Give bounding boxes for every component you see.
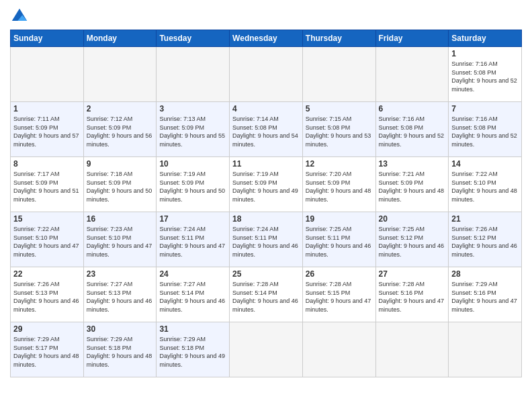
day-info: Sunrise: 7:28 AMSunset: 5:16 PMDaylight:…: [379, 280, 446, 314]
day-number: 14: [451, 159, 519, 169]
day-number: 23: [87, 269, 154, 279]
day-number: 29: [13, 324, 81, 334]
day-number: 2: [87, 104, 154, 113]
calendar-cell: 1 Sunrise: 7:16 AMSunset: 5:08 PMDayligh…: [449, 47, 522, 102]
day-header-wednesday: Wednesday: [230, 30, 303, 47]
day-number: 4: [232, 104, 300, 113]
day-info: Sunrise: 7:16 AMSunset: 5:08 PMDaylight:…: [379, 115, 446, 148]
day-info: Sunrise: 7:13 AMSunset: 5:09 PMDaylight:…: [159, 115, 226, 148]
calendar-week-row: 15 Sunrise: 7:22 AMSunset: 5:10 PMDaylig…: [11, 212, 522, 267]
day-info: Sunrise: 7:29 AMSunset: 5:17 PMDaylight:…: [13, 335, 81, 369]
calendar-cell: 27 Sunrise: 7:28 AMSunset: 5:16 PMDaylig…: [375, 267, 449, 322]
day-info: Sunrise: 7:26 AMSunset: 5:13 PMDaylight:…: [13, 280, 81, 314]
calendar-header-row: SundayMondayTuesdayWednesdayThursdayFrid…: [11, 30, 522, 47]
calendar-cell: 17 Sunrise: 7:24 AMSunset: 5:11 PMDaylig…: [157, 212, 230, 267]
day-info: Sunrise: 7:16 AMSunset: 5:08 PMDaylight:…: [451, 115, 519, 148]
calendar-cell: 26 Sunrise: 7:28 AMSunset: 5:15 PMDaylig…: [302, 267, 375, 322]
calendar-cell: [375, 322, 449, 377]
day-info: Sunrise: 7:27 AMSunset: 5:13 PMDaylight:…: [87, 280, 154, 314]
day-info: Sunrise: 7:29 AMSunset: 5:18 PMDaylight:…: [159, 335, 226, 369]
day-number: 3: [159, 104, 226, 113]
day-header-saturday: Saturday: [449, 30, 522, 47]
day-header-thursday: Thursday: [302, 30, 375, 47]
calendar-cell: [83, 47, 157, 102]
day-header-monday: Monday: [83, 30, 157, 47]
calendar-cell: 29 Sunrise: 7:29 AMSunset: 5:17 PMDaylig…: [11, 322, 84, 377]
calendar-body: 1 Sunrise: 7:16 AMSunset: 5:08 PMDayligh…: [11, 47, 522, 377]
day-number: 19: [306, 214, 373, 224]
day-header-tuesday: Tuesday: [157, 30, 230, 47]
calendar-week-row: 8 Sunrise: 7:17 AMSunset: 5:09 PMDayligh…: [11, 157, 522, 212]
day-number: 27: [379, 269, 446, 279]
calendar-cell: 9 Sunrise: 7:18 AMSunset: 5:09 PMDayligh…: [83, 157, 157, 212]
day-info: Sunrise: 7:25 AMSunset: 5:12 PMDaylight:…: [379, 225, 446, 259]
calendar-cell: 5 Sunrise: 7:15 AMSunset: 5:08 PMDayligh…: [302, 102, 375, 157]
page-container: SundayMondayTuesdayWednesdayThursdayFrid…: [0, 0, 532, 383]
calendar-cell: 31 Sunrise: 7:29 AMSunset: 5:18 PMDaylig…: [157, 322, 230, 377]
day-number: 1: [451, 49, 519, 58]
calendar-cell: 7 Sunrise: 7:16 AMSunset: 5:08 PMDayligh…: [449, 102, 522, 157]
calendar-cell: 6 Sunrise: 7:16 AMSunset: 5:08 PMDayligh…: [375, 102, 449, 157]
calendar-week-row: 29 Sunrise: 7:29 AMSunset: 5:17 PMDaylig…: [11, 322, 522, 377]
day-info: Sunrise: 7:14 AMSunset: 5:08 PMDaylight:…: [232, 115, 300, 148]
day-info: Sunrise: 7:19 AMSunset: 5:09 PMDaylight:…: [232, 170, 300, 203]
day-info: Sunrise: 7:24 AMSunset: 5:11 PMDaylight:…: [232, 225, 300, 259]
day-info: Sunrise: 7:16 AMSunset: 5:08 PMDaylight:…: [451, 60, 519, 93]
calendar-cell: 10 Sunrise: 7:19 AMSunset: 5:09 PMDaylig…: [157, 157, 230, 212]
day-number: 9: [87, 159, 154, 169]
calendar-cell: [11, 47, 84, 102]
calendar-cell: [230, 322, 303, 377]
calendar-cell: 24 Sunrise: 7:27 AMSunset: 5:14 PMDaylig…: [157, 267, 230, 322]
calendar-cell: 18 Sunrise: 7:24 AMSunset: 5:11 PMDaylig…: [230, 212, 303, 267]
day-number: 31: [159, 324, 226, 334]
day-number: 20: [379, 214, 446, 224]
day-number: 18: [232, 214, 300, 224]
day-number: 1: [13, 104, 81, 113]
calendar-cell: 13 Sunrise: 7:21 AMSunset: 5:09 PMDaylig…: [375, 157, 449, 212]
calendar-cell: 20 Sunrise: 7:25 AMSunset: 5:12 PMDaylig…: [375, 212, 449, 267]
day-info: Sunrise: 7:23 AMSunset: 5:10 PMDaylight:…: [87, 225, 154, 259]
day-info: Sunrise: 7:15 AMSunset: 5:08 PMDaylight:…: [306, 115, 373, 148]
day-header-friday: Friday: [375, 30, 449, 47]
logo: [10, 7, 32, 26]
day-info: Sunrise: 7:22 AMSunset: 5:10 PMDaylight:…: [451, 170, 519, 203]
calendar-cell: 11 Sunrise: 7:19 AMSunset: 5:09 PMDaylig…: [230, 157, 303, 212]
day-info: Sunrise: 7:11 AMSunset: 5:09 PMDaylight:…: [13, 115, 81, 148]
day-number: 25: [232, 269, 300, 279]
calendar-week-row: 22 Sunrise: 7:26 AMSunset: 5:13 PMDaylig…: [11, 267, 522, 322]
logo-icon: [10, 7, 29, 26]
calendar-cell: 21 Sunrise: 7:26 AMSunset: 5:12 PMDaylig…: [449, 212, 522, 267]
calendar-cell: 19 Sunrise: 7:25 AMSunset: 5:11 PMDaylig…: [302, 212, 375, 267]
day-number: 7: [451, 104, 519, 113]
day-info: Sunrise: 7:29 AMSunset: 5:16 PMDaylight:…: [451, 280, 519, 314]
calendar-cell: 15 Sunrise: 7:22 AMSunset: 5:10 PMDaylig…: [11, 212, 84, 267]
day-number: 15: [13, 214, 81, 224]
day-number: 6: [379, 104, 446, 113]
day-number: 5: [306, 104, 373, 113]
day-number: 13: [379, 159, 446, 169]
calendar-cell: 25 Sunrise: 7:28 AMSunset: 5:14 PMDaylig…: [230, 267, 303, 322]
day-number: 22: [13, 269, 81, 279]
calendar-cell: 23 Sunrise: 7:27 AMSunset: 5:13 PMDaylig…: [83, 267, 157, 322]
day-number: 12: [306, 159, 373, 169]
calendar-cell: 30 Sunrise: 7:29 AMSunset: 5:18 PMDaylig…: [83, 322, 157, 377]
calendar-cell: [302, 322, 375, 377]
day-header-sunday: Sunday: [11, 30, 84, 47]
calendar-cell: 3 Sunrise: 7:13 AMSunset: 5:09 PMDayligh…: [157, 102, 230, 157]
calendar-cell: 8 Sunrise: 7:17 AMSunset: 5:09 PMDayligh…: [11, 157, 84, 212]
calendar-cell: 1 Sunrise: 7:11 AMSunset: 5:09 PMDayligh…: [11, 102, 84, 157]
day-info: Sunrise: 7:21 AMSunset: 5:09 PMDaylight:…: [379, 170, 446, 203]
day-info: Sunrise: 7:26 AMSunset: 5:12 PMDaylight:…: [451, 225, 519, 259]
day-info: Sunrise: 7:24 AMSunset: 5:11 PMDaylight:…: [159, 225, 226, 259]
calendar-week-row: 1 Sunrise: 7:16 AMSunset: 5:08 PMDayligh…: [11, 47, 522, 102]
day-number: 8: [13, 159, 81, 169]
calendar-cell: [375, 47, 449, 102]
calendar-cell: [157, 47, 230, 102]
calendar-cell: 12 Sunrise: 7:20 AMSunset: 5:09 PMDaylig…: [302, 157, 375, 212]
day-number: 16: [87, 214, 154, 224]
day-number: 30: [87, 324, 154, 334]
calendar-cell: 14 Sunrise: 7:22 AMSunset: 5:10 PMDaylig…: [449, 157, 522, 212]
day-info: Sunrise: 7:27 AMSunset: 5:14 PMDaylight:…: [159, 280, 226, 314]
calendar-table: SundayMondayTuesdayWednesdayThursdayFrid…: [10, 30, 522, 377]
day-info: Sunrise: 7:22 AMSunset: 5:10 PMDaylight:…: [13, 225, 81, 259]
